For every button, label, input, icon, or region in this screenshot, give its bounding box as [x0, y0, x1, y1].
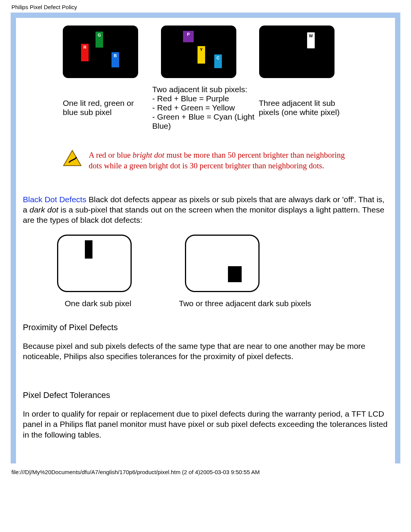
caption-two-line1: Two adjacent lit sub pixels: — [152, 85, 255, 94]
label-w: W — [309, 34, 313, 38]
bright-dot-captions: One lit red, green or blue sub pixel Two… — [63, 85, 352, 131]
proximity-body: Because pixel and sub pixels defects of … — [23, 341, 388, 362]
proximity-title: Proximity of Pixel Defects — [23, 323, 388, 332]
caption-two-line4: - Green + Blue = Cyan (Light Blue) — [152, 112, 255, 131]
caption-two-line3: - Red + Green = Yellow — [152, 103, 255, 112]
page-header-title: Philips Pixel Defect Policy — [0, 0, 411, 13]
dark-mark-multi — [228, 266, 242, 282]
label-y: Y — [200, 47, 202, 52]
black-dot-paragraph: Black Dot Defects Black dot defects appe… — [23, 194, 388, 225]
caption-two-three-dark: Two or three adjacent dark sub pixels — [179, 299, 316, 308]
tile-pyc: P Y C — [161, 26, 236, 78]
dark-mark-single — [85, 240, 92, 259]
warning-row: A red or blue bright dot must be more th… — [63, 150, 352, 171]
label-r: R — [83, 45, 86, 50]
label-p: P — [187, 32, 190, 37]
bright-dot-illustrations: R G B P Y — [63, 26, 352, 78]
svg-marker-0 — [64, 150, 81, 166]
caption-one-dark: One dark sub pixel — [65, 299, 148, 308]
warning-part1: A red or blue — [89, 150, 132, 160]
page-footer-path: file:///D|/My%20Documents/dfu/A7/english… — [0, 463, 411, 494]
warning-text: A red or blue bright dot must be more th… — [89, 150, 352, 171]
page-frame: R G B P Y — [11, 13, 400, 463]
caption-one-lit: One lit red, green or blue sub pixel — [63, 99, 148, 117]
dark-dot-italic: dark dot — [30, 205, 59, 214]
tile-white: W — [259, 26, 335, 78]
black-dot-text2: is a sub-pixel that stands out on the sc… — [23, 205, 384, 224]
tile-rgb: R G B — [63, 26, 138, 78]
dark-dot-illustrations — [57, 235, 388, 292]
dark-dot-captions: One dark sub pixel Two or three adjacent… — [23, 299, 388, 308]
screen-two-three-dark — [185, 235, 260, 292]
svg-point-1 — [75, 157, 77, 158]
label-g: G — [98, 33, 101, 37]
page-card: R G B P Y — [16, 18, 395, 463]
caption-two-adjacent: Two adjacent lit sub pixels: - Red + Blu… — [152, 85, 255, 131]
label-c: C — [217, 56, 220, 60]
warning-icon — [63, 150, 82, 167]
warning-bright-dot: bright dot — [132, 150, 164, 160]
black-dot-link[interactable]: Black Dot Defects — [23, 195, 86, 204]
tolerances-body: In order to qualify for repair or replac… — [23, 409, 388, 440]
caption-two-line2: - Red + Blue = Purple — [152, 94, 255, 103]
tolerances-title: Pixel Defect Tolerances — [23, 390, 388, 400]
screen-one-dark — [57, 235, 132, 292]
caption-three-adjacent: Three adjacent lit sub pixels (one white… — [259, 99, 346, 117]
label-b: B — [114, 53, 117, 58]
